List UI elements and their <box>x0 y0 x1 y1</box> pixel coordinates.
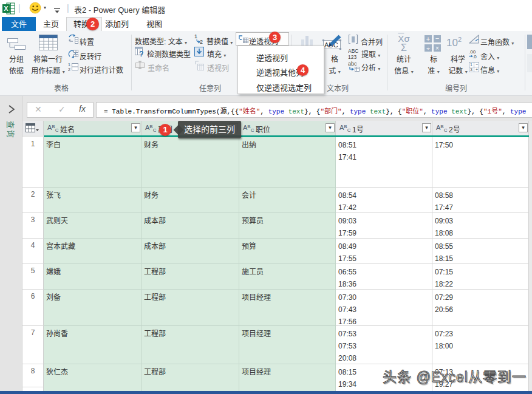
svg-text:X: X <box>4 5 9 12</box>
svg-text:.0: .0 <box>472 54 477 59</box>
svg-text:1: 1 <box>470 63 472 67</box>
svg-text:−: − <box>476 63 478 67</box>
svg-text:123: 123 <box>348 54 356 59</box>
svg-text:÷: ÷ <box>426 45 430 52</box>
svg-text:×: × <box>435 45 439 52</box>
svg-text:1: 1 <box>194 33 197 39</box>
svg-text:+: + <box>476 67 478 72</box>
svg-text:3: 3 <box>470 67 472 72</box>
svg-text:−: − <box>435 35 439 42</box>
svg-text:?: ? <box>139 50 143 58</box>
svg-text:1: 1 <box>68 63 70 67</box>
svg-text:2: 2 <box>68 67 70 72</box>
svg-text:ABC: ABC <box>348 48 358 54</box>
svg-text:2: 2 <box>200 39 203 44</box>
svg-text:+: + <box>426 35 430 42</box>
svg-text:abc: abc <box>348 61 357 67</box>
